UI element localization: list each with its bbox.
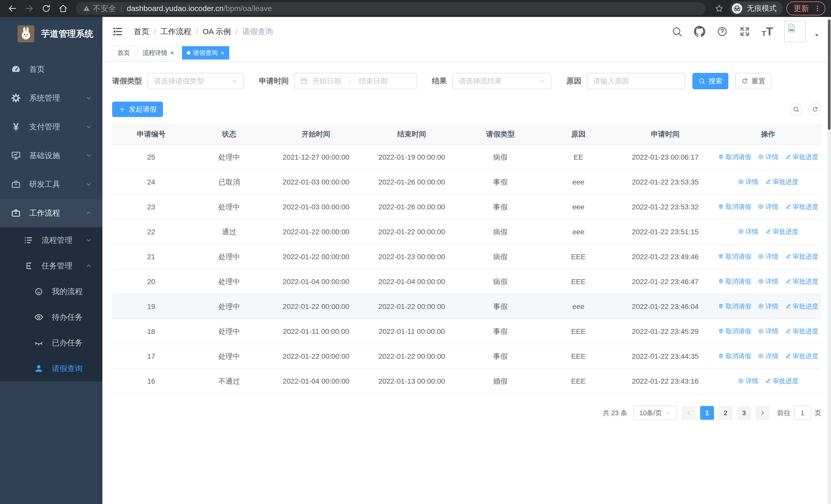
- page-content: 请假类型 请选择请假类型 申请时间 开始日期 - 结束日期: [103, 62, 831, 504]
- detail-link[interactable]: 详情: [758, 153, 778, 161]
- next-page-button[interactable]: [755, 406, 769, 420]
- sidebar-item-done-tasks[interactable]: 已办任务: [0, 330, 103, 356]
- detail-link[interactable]: 详情: [758, 352, 778, 360]
- tag-tab-leave-query[interactable]: 请假查询 ×: [182, 46, 229, 60]
- site-security-badge[interactable]: 不安全: [83, 3, 116, 14]
- goto-page-input[interactable]: [794, 406, 811, 420]
- detail-link[interactable]: 详情: [758, 277, 778, 286]
- browser-back-button[interactable]: [6, 2, 19, 15]
- sidebar-item-payment-mgmt[interactable]: ¥ 支付管理: [0, 112, 103, 141]
- scrollbar-thumb[interactable]: [828, 20, 830, 130]
- sidebar-item-infrastructure[interactable]: 基础设施: [0, 141, 103, 170]
- reason-input[interactable]: [587, 73, 685, 89]
- sidebar-item-process-mgmt[interactable]: 流程管理: [0, 227, 103, 253]
- detail-link[interactable]: 详情: [738, 377, 758, 385]
- avatar-caret-icon[interactable]: [813, 32, 820, 39]
- detail-link[interactable]: 详情: [738, 227, 758, 236]
- sidebar-item-system-mgmt[interactable]: 系统管理: [0, 84, 103, 112]
- cell-status: 不通过: [190, 369, 268, 394]
- sidebar-item-label: 基础设施: [29, 150, 85, 161]
- leave-table: 申请编号状态开始时间结束时间请假类型原因申请时间操作 25 处理中 2021-1…: [112, 124, 821, 394]
- browser-menu-icon[interactable]: [813, 5, 821, 12]
- cancel-leave-link[interactable]: 取消请假: [718, 352, 751, 360]
- search-button[interactable]: 搜索: [692, 73, 728, 89]
- reset-button[interactable]: 重置: [735, 73, 771, 89]
- cell-id: 22: [112, 219, 190, 244]
- cancel-leave-link[interactable]: 取消请假: [718, 252, 751, 261]
- eye-open-icon: [34, 312, 44, 322]
- approval-progress-link[interactable]: 审批进度: [785, 327, 819, 335]
- help-icon[interactable]: [717, 26, 728, 37]
- prev-page-button[interactable]: [682, 406, 695, 420]
- sidebar-item-home[interactable]: 首页: [0, 55, 103, 84]
- date-range-picker[interactable]: 开始日期 - 结束日期: [294, 73, 417, 89]
- app-logo: [18, 25, 34, 42]
- filter-leave-type: 请假类型 请选择请假类型: [112, 73, 244, 89]
- detail-link[interactable]: 详情: [738, 178, 758, 186]
- breadcrumb-item[interactable]: 工作流程: [161, 26, 191, 37]
- close-icon[interactable]: ×: [221, 49, 224, 56]
- detail-icon: [758, 328, 764, 334]
- browser-update-button[interactable]: 更新: [786, 2, 825, 16]
- approval-progress-link[interactable]: 审批进度: [765, 178, 798, 186]
- sidebar-item-todo-tasks[interactable]: 待办任务: [0, 304, 103, 330]
- cancel-leave-link[interactable]: 取消请假: [718, 203, 751, 211]
- app-logo-row[interactable]: 芋道管理系统: [0, 17, 103, 51]
- sidebar-fold-icon[interactable]: [112, 26, 123, 37]
- cell-actions: 详情 审批进度: [715, 369, 822, 394]
- font-size-icon[interactable]: TT: [762, 26, 773, 37]
- cancel-leave-link[interactable]: 取消请假: [718, 153, 751, 161]
- detail-link[interactable]: 详情: [758, 252, 778, 261]
- cell-end-time: 2022-01-13 00:00:00: [364, 369, 460, 394]
- window-scrollbar[interactable]: [827, 17, 831, 504]
- address-bar[interactable]: 不安全 dashboard.yudao.iocoder.cn/bpm/oa/le…: [76, 2, 706, 15]
- cancel-leave-link[interactable]: 取消请假: [718, 302, 751, 310]
- page-button-3[interactable]: 3: [737, 406, 751, 420]
- detail-link[interactable]: 详情: [758, 327, 778, 335]
- close-icon[interactable]: ×: [170, 49, 174, 56]
- detail-link[interactable]: 详情: [758, 203, 778, 211]
- approval-progress-link[interactable]: 审批进度: [785, 252, 819, 261]
- sidebar-item-leave-query[interactable]: 请假查询: [0, 356, 103, 381]
- github-icon[interactable]: [694, 26, 705, 37]
- approval-progress-link[interactable]: 审批进度: [765, 377, 798, 385]
- result-select[interactable]: 请选择流结果: [453, 73, 551, 89]
- avatar[interactable]: [784, 21, 806, 42]
- page-button-1[interactable]: 1: [700, 406, 714, 420]
- sidebar-item-label: 工作流程: [29, 208, 85, 218]
- table-search-toggle-button[interactable]: [790, 103, 802, 116]
- bookmark-star-icon[interactable]: [715, 4, 724, 13]
- table-refresh-button[interactable]: [809, 103, 821, 116]
- table-row: 22 通过 2022-01-22 00:00:00 2022-01-22 00:…: [112, 219, 821, 244]
- breadcrumb-item[interactable]: 首页: [134, 26, 149, 37]
- sidebar-item-task-mgmt[interactable]: 任务管理: [0, 253, 103, 279]
- cell-status: 处理中: [190, 269, 268, 294]
- sidebar-item-my-process[interactable]: 我的流程: [0, 279, 103, 304]
- tag-tab-process-detail[interactable]: 流程详情 ×: [138, 46, 179, 60]
- sidebar-item-workflow[interactable]: 工作流程: [0, 199, 103, 227]
- search-icon[interactable]: [671, 26, 683, 37]
- cancel-leave-link[interactable]: 取消请假: [718, 277, 751, 286]
- breadcrumb-item[interactable]: OA 示例: [203, 26, 231, 37]
- browser-reload-button[interactable]: [39, 2, 53, 15]
- sidebar-item-dev-tools[interactable]: 研发工具: [0, 170, 103, 199]
- gear-icon: [11, 93, 21, 103]
- leave-type-select[interactable]: 请选择请假类型: [148, 73, 244, 89]
- page-button-2[interactable]: 2: [719, 406, 733, 420]
- browser-home-button[interactable]: [56, 2, 70, 15]
- approval-progress-link[interactable]: 审批进度: [785, 302, 819, 310]
- fullscreen-icon[interactable]: [739, 26, 750, 37]
- browser-forward-button[interactable]: [23, 2, 36, 15]
- approval-progress-link[interactable]: 审批进度: [765, 227, 798, 236]
- approval-progress-link[interactable]: 审批进度: [785, 352, 819, 360]
- approval-progress-link[interactable]: 审批进度: [785, 203, 819, 211]
- approval-progress-link[interactable]: 审批进度: [785, 153, 819, 161]
- tag-tab-home[interactable]: 首页: [113, 46, 135, 60]
- create-leave-button[interactable]: 发起请假: [112, 101, 163, 117]
- url-divider: [121, 5, 122, 12]
- cancel-leave-link[interactable]: 取消请假: [718, 327, 751, 335]
- page-size-select[interactable]: 10条/页: [633, 406, 677, 420]
- approval-progress-link[interactable]: 审批进度: [785, 277, 819, 286]
- detail-link[interactable]: 详情: [758, 302, 778, 310]
- sidebar: 芋道管理系统 首页 系统管理 ¥ 支付管理 基础设施 研发工具 工作流程 流程管…: [0, 17, 103, 504]
